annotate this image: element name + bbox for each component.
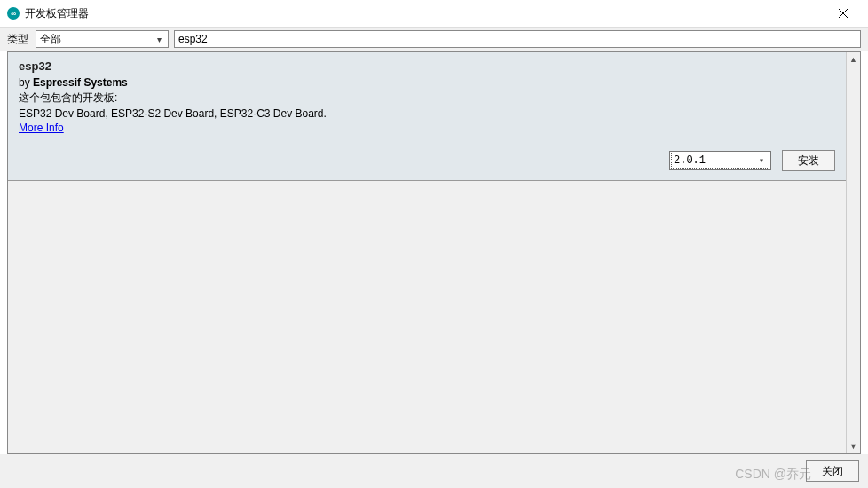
package-name: esp32 [19,59,835,73]
footer: 关闭 [0,454,868,488]
arduino-icon: ∞ [7,7,20,20]
type-select-value: 全部 [40,32,61,47]
package-boards: ESP32 Dev Board, ESP32-S2 Dev Board, ESP… [19,107,835,120]
window-close-button[interactable] [825,0,861,27]
search-input[interactable] [174,30,861,48]
package-author-line: by Espressif Systems [19,76,835,89]
results-panel: esp32 by Espressif Systems 这个包包含的开发板: ES… [7,51,861,454]
scroll-down-icon[interactable]: ▼ [847,439,860,453]
version-select[interactable]: 2.0.1 ▾ [669,151,771,170]
install-button[interactable]: 安装 [782,150,835,171]
version-select-value: 2.0.1 [674,154,706,167]
chevron-down-icon: ▾ [754,155,769,166]
results-list: esp32 by Espressif Systems 这个包包含的开发板: ES… [8,52,846,453]
window-title: 开发板管理器 [25,6,89,21]
close-button[interactable]: 关闭 [806,460,859,482]
titlebar: ∞ 开发板管理器 [0,0,868,27]
package-desc-label: 这个包包含的开发板: [19,91,835,106]
package-author: Espressif Systems [33,76,128,89]
by-prefix: by [19,76,33,89]
scrollbar[interactable]: ▲ ▼ [846,52,860,453]
scroll-up-icon[interactable]: ▲ [847,52,860,67]
filter-bar: 类型 全部 ▾ [0,27,868,51]
package-actions: 2.0.1 ▾ 安装 [19,150,835,171]
package-card: esp32 by Espressif Systems 这个包包含的开发板: ES… [8,52,846,181]
chevron-down-icon: ▾ [152,35,166,44]
type-select[interactable]: 全部 ▾ [36,30,169,48]
close-icon [838,8,848,19]
more-info-link[interactable]: More Info [19,122,64,134]
type-label: 类型 [7,32,28,47]
